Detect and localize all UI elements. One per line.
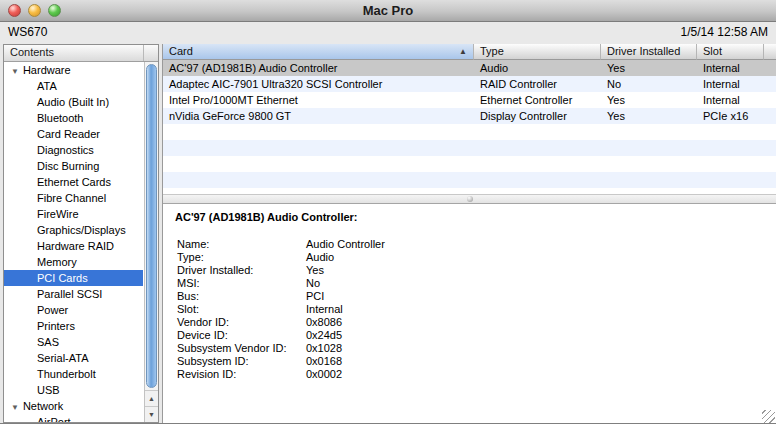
table-cell: Yes <box>601 92 697 108</box>
detail-field-row: MSI:No <box>163 277 776 290</box>
table-row[interactable]: Intel Pro/1000MT EthernetEthernet Contro… <box>163 92 776 108</box>
sidebar-item-disc-burning[interactable]: Disc Burning <box>4 158 143 174</box>
sidebar-item-diagnostics[interactable]: Diagnostics <box>4 142 143 158</box>
sidebar-section-network[interactable]: ▼Network <box>4 398 143 414</box>
table-row[interactable]: Adaptec AIC-7901 Ultra320 SCSI Controlle… <box>163 76 776 92</box>
table-cell-spacer <box>764 108 776 124</box>
detail-field-label: Type: <box>177 251 306 264</box>
sidebar-item-serial-ata[interactable]: Serial-ATA <box>4 350 143 366</box>
detail-field-value: 0x8086 <box>306 316 342 328</box>
detail-field-value: Internal <box>306 303 343 315</box>
table-cell-spacer <box>764 60 776 76</box>
sidebar-item-airport[interactable]: AirPort <box>4 414 143 422</box>
detail-field-label: Device ID: <box>177 329 306 342</box>
info-strip: WS670 1/5/14 12:58 AM <box>0 22 776 44</box>
pci-cards-pane: Card▲TypeDriver InstalledSlot AC'97 (AD1… <box>162 44 776 423</box>
column-header-label: Driver Installed <box>607 45 680 57</box>
sidebar-item-thunderbolt[interactable]: Thunderbolt <box>4 366 143 382</box>
sidebar-item-firewire[interactable]: FireWire <box>4 206 143 222</box>
detail-field-row: Slot:Internal <box>163 303 776 316</box>
scroll-down-button[interactable]: ▼ <box>145 406 158 422</box>
sidebar-tree: ▼HardwareATAAudio (Built In)BluetoothCar… <box>4 62 143 422</box>
hostname-label: WS670 <box>8 25 47 39</box>
sidebar-header: Contents <box>4 45 158 62</box>
detail-field-label: Subsystem ID: <box>177 355 306 368</box>
table-row[interactable]: nVidia GeForce 9800 GTDisplay Controller… <box>163 108 776 124</box>
table-cell: No <box>601 76 697 92</box>
table-cell: PCIe x16 <box>697 108 764 124</box>
sidebar-scrollbar[interactable]: ▲ ▼ <box>144 62 158 422</box>
detail-field-row: Subsystem ID:0x0168 <box>163 355 776 368</box>
section-label: Network <box>23 400 63 412</box>
table-cell: Internal <box>697 76 764 92</box>
scrollbar-thumb[interactable] <box>146 64 157 388</box>
detail-field-label: Vendor ID: <box>177 316 306 329</box>
detail-field-value: No <box>306 277 320 289</box>
sidebar-item-graphics-displays[interactable]: Graphics/Displays <box>4 222 143 238</box>
sidebar-item-bluetooth[interactable]: Bluetooth <box>4 110 143 126</box>
detail-field-value: PCI <box>306 290 324 302</box>
sidebar-item-power[interactable]: Power <box>4 302 143 318</box>
column-header-label: Type <box>480 45 504 57</box>
resize-grip[interactable] <box>762 410 775 423</box>
detail-field-label: Revision ID: <box>177 368 306 381</box>
sidebar-item-card-reader[interactable]: Card Reader <box>4 126 143 142</box>
table-cell: Ethernet Controller <box>474 92 601 108</box>
detail-field-label: Slot: <box>177 303 306 316</box>
sidebar-item-ata[interactable]: ATA <box>4 78 143 94</box>
sidebar-item-fibre-channel[interactable]: Fibre Channel <box>4 190 143 206</box>
sidebar-item-audio-built-in[interactable]: Audio (Built In) <box>4 94 143 110</box>
section-label: Hardware <box>23 64 71 76</box>
system-profiler-window: Mac Pro WS670 1/5/14 12:58 AM Contents ▼… <box>0 0 776 424</box>
column-header-driver-installed[interactable]: Driver Installed <box>601 44 697 60</box>
detail-field-row: Type:Audio <box>163 251 776 264</box>
table-cell: Yes <box>601 108 697 124</box>
report-datetime: 1/5/14 12:58 AM <box>681 25 768 39</box>
table-cell: nVidia GeForce 9800 GT <box>163 108 474 124</box>
table-cell: AC'97 (AD1981B) Audio Controller <box>163 60 474 76</box>
detail-field-row: Bus:PCI <box>163 290 776 303</box>
close-button[interactable] <box>8 4 21 17</box>
detail-field-row: Driver Installed:Yes <box>163 264 776 277</box>
sidebar-item-hardware-raid[interactable]: Hardware RAID <box>4 238 143 254</box>
detail-field-row: Revision ID:0x0002 <box>163 368 776 381</box>
column-header-type[interactable]: Type <box>474 44 601 60</box>
table-cell: RAID Controller <box>474 76 601 92</box>
zoom-button[interactable] <box>48 4 61 17</box>
detail-field-label: Bus: <box>177 290 306 303</box>
pane-splitter[interactable] <box>163 194 776 204</box>
detail-field-label: Driver Installed: <box>177 264 306 277</box>
window-controls <box>8 4 61 17</box>
scroll-up-button[interactable]: ▲ <box>145 390 158 406</box>
table-body: AC'97 (AD1981B) Audio ControllerAudioYes… <box>163 60 776 124</box>
sidebar-item-printers[interactable]: Printers <box>4 318 143 334</box>
window-title: Mac Pro <box>0 0 776 21</box>
disclosure-triangle-icon[interactable]: ▼ <box>11 403 19 412</box>
column-header-label: Card <box>169 45 193 57</box>
sidebar-item-usb[interactable]: USB <box>4 382 143 398</box>
sidebar-section-hardware[interactable]: ▼Hardware <box>4 62 143 78</box>
sidebar-item-memory[interactable]: Memory <box>4 254 143 270</box>
sidebar-item-parallel-scsi[interactable]: Parallel SCSI <box>4 286 143 302</box>
detail-field-row: Vendor ID:0x8086 <box>163 316 776 329</box>
table-row[interactable]: AC'97 (AD1981B) Audio ControllerAudioYes… <box>163 60 776 76</box>
empty-rows-stripes <box>163 124 776 194</box>
detail-field-value: 0x0002 <box>306 368 342 380</box>
column-header-slot[interactable]: Slot <box>697 44 764 60</box>
table-cell: Audio <box>474 60 601 76</box>
column-header-label: Slot <box>703 45 722 57</box>
minimize-button[interactable] <box>28 4 41 17</box>
detail-panel: AC'97 (AD1981B) Audio Controller: Name:A… <box>163 204 776 423</box>
detail-fields: Name:Audio ControllerType:AudioDriver In… <box>163 238 776 381</box>
sidebar-item-ethernet-cards[interactable]: Ethernet Cards <box>4 174 143 190</box>
sidebar-item-pci-cards[interactable]: PCI Cards <box>4 270 143 286</box>
table-cell-spacer <box>764 92 776 108</box>
detail-field-value: 0x24d5 <box>306 329 342 341</box>
disclosure-triangle-icon[interactable]: ▼ <box>11 67 19 76</box>
sidebar-item-sas[interactable]: SAS <box>4 334 143 350</box>
title-bar[interactable]: Mac Pro <box>0 0 776 22</box>
table-cell: Adaptec AIC-7901 Ultra320 SCSI Controlle… <box>163 76 474 92</box>
sidebar-header-divider <box>143 45 144 61</box>
table-cell-spacer <box>764 76 776 92</box>
column-header-card[interactable]: Card▲ <box>163 44 474 60</box>
